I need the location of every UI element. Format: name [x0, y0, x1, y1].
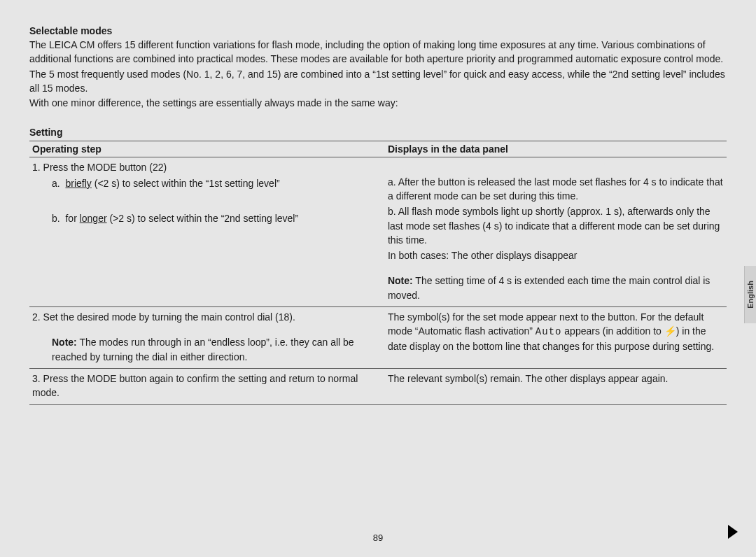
- display-1a: a. After the button is released the last…: [388, 175, 724, 204]
- step-1a: a. briefly (<2 s) to select within the “…: [32, 176, 382, 190]
- next-page-arrow-icon[interactable]: [728, 525, 738, 539]
- display-1b: b. All flash mode symbols light up short…: [388, 204, 724, 247]
- section-title-selectable-modes: Selectable modes: [29, 25, 727, 36]
- step-1-head: 1. Press the MODE button (22): [32, 160, 382, 174]
- step-1b: b. for longer (>2 s) to select within th…: [32, 211, 382, 225]
- step-3-head: 3. Press the MODE button again to confir…: [32, 372, 382, 400]
- step-2-note: Note: The modes run through in an “endle…: [32, 335, 382, 364]
- display-2: The symbol(s) for the set mode appear ne…: [388, 310, 724, 353]
- display-1-both: In both cases: The other displays disapp…: [388, 248, 724, 262]
- setting-heading: Setting: [29, 127, 727, 138]
- intro-paragraph-3: With one minor difference, the settings …: [29, 96, 727, 110]
- language-tab-label: English: [746, 281, 755, 309]
- table-row: 3. Press the MODE button again to confir…: [29, 368, 727, 404]
- intro-paragraph-2: The 5 most frequently used modes (No. 1,…: [29, 67, 727, 96]
- setting-table: Operating step Displays in the data pane…: [29, 141, 727, 404]
- language-tab-english[interactable]: English: [744, 266, 756, 323]
- table-row: 2. Set the desired mode by turning the m…: [29, 307, 727, 369]
- step-2-head: 2. Set the desired mode by turning the m…: [32, 310, 382, 324]
- lcd-auto-symbol: Auto: [536, 326, 562, 337]
- table-row: 1. Press the MODE button (22) a. briefly…: [29, 157, 727, 307]
- display-3: The relevant symbol(s) remain. The other…: [388, 372, 724, 386]
- display-1-note: Note: The setting time of 4 s is extende…: [388, 274, 724, 302]
- col-header-operating-step: Operating step: [29, 141, 385, 157]
- flash-icon: ⚡: [664, 325, 676, 337]
- intro-paragraph-1: The LEICA CM offers 15 different functio…: [29, 38, 727, 66]
- col-header-displays: Displays in the data panel: [385, 141, 727, 157]
- page-number: 89: [0, 533, 756, 543]
